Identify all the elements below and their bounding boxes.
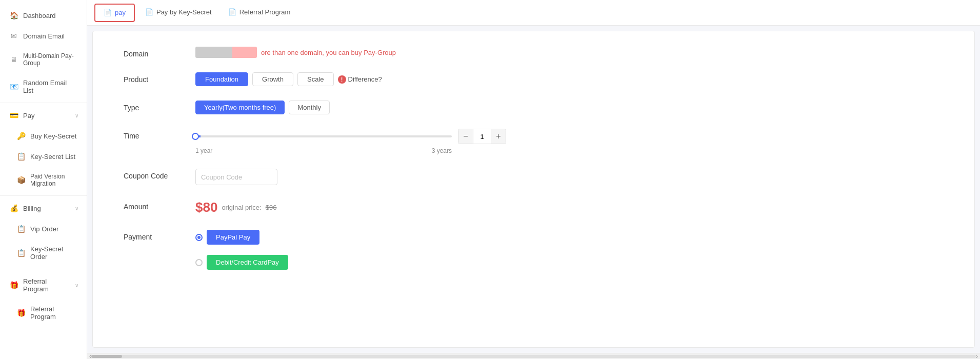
- amount-price: $80: [195, 200, 217, 215]
- key-icon: 🔑: [17, 132, 25, 140]
- type-row: Type Yearly(Two months free) Monthly: [124, 101, 944, 114]
- domain-content: ore than one domain, you can buy Pay-Gro…: [195, 47, 944, 58]
- counter-box: − +: [458, 129, 506, 144]
- slider-thumb: [192, 133, 199, 140]
- sidebar-item-referral-sub[interactable]: 🎁 Referral Program: [0, 299, 87, 327]
- sidebar-item-key-secret-list[interactable]: 📋 Key-Secret List: [0, 146, 87, 167]
- payment-content: PayPal Pay Debit/Credit CardPay: [195, 230, 944, 275]
- order-icon: 📋: [17, 249, 25, 257]
- tab-pay-key-secret[interactable]: 📄 Pay by Key-Secret: [137, 0, 220, 26]
- scroll-track: [91, 355, 976, 358]
- paypal-radio[interactable]: [195, 234, 203, 241]
- sidebar-item-buy-key-secret[interactable]: 🔑 Buy Key-Secret: [0, 126, 87, 146]
- tab-referral[interactable]: 📄 Referral Program: [220, 0, 299, 26]
- horizontal-scrollbar[interactable]: ‹ ›: [87, 353, 980, 359]
- sidebar-label-referral: Referral Program: [23, 277, 70, 293]
- product-scale-button[interactable]: Scale: [297, 72, 334, 86]
- time-slider-track[interactable]: [195, 135, 452, 137]
- product-foundation-button[interactable]: Foundation: [195, 72, 248, 86]
- chevron-down-icon-2: ∨: [75, 206, 78, 211]
- difference-icon: !: [338, 75, 346, 84]
- counter-plus-button[interactable]: +: [491, 129, 506, 144]
- divider-3: [0, 269, 87, 269]
- counter-minus-button[interactable]: −: [458, 129, 473, 144]
- coupon-input[interactable]: [195, 169, 277, 185]
- sidebar-label-referral-sub: Referral Program: [30, 305, 78, 321]
- tab-referral-icon: 📄: [228, 8, 236, 16]
- scroll-thumb: [91, 355, 122, 358]
- difference-link[interactable]: ! Difference?: [338, 75, 382, 84]
- sidebar-item-key-secret-order[interactable]: 📋 Key-Secret Order: [0, 239, 87, 267]
- slider-labels: 1 year 3 years: [195, 147, 452, 154]
- divider-1: [0, 103, 87, 103]
- sidebar-label-dashboard: Dashboard: [23, 12, 56, 19]
- time-label: Time: [124, 129, 185, 140]
- sidebar-label-random-email: Random Email List: [23, 79, 78, 94]
- divider-2: [0, 195, 87, 196]
- tabs-bar: 📄 pay 📄 Pay by Key-Secret 📄 Referral Pro…: [87, 0, 980, 26]
- vip-icon: 📋: [17, 225, 25, 233]
- amount-original-label: original price:: [222, 204, 261, 211]
- card-pay-button[interactable]: Debit/Credit CardPay: [207, 255, 288, 270]
- coupon-row: Coupon Code: [124, 169, 944, 185]
- domain-bar-visual: [195, 47, 257, 58]
- tab-pay-icon: 📄: [104, 9, 112, 16]
- sidebar-item-dashboard[interactable]: 🏠 Dashboard: [0, 5, 87, 26]
- amount-content: $80 original price: $96: [195, 200, 944, 215]
- coupon-label: Coupon Code: [124, 169, 185, 180]
- sidebar-label-key-secret-list: Key-Secret List: [30, 153, 75, 161]
- list2-icon: 📋: [17, 152, 25, 161]
- payment-card-row: Debit/Credit CardPay: [195, 255, 288, 270]
- product-growth-button[interactable]: Growth: [252, 72, 293, 86]
- amount-label: Amount: [124, 200, 185, 211]
- sidebar-label-buy-key-secret: Buy Key-Secret: [30, 132, 76, 140]
- tab-referral-label: Referral Program: [239, 8, 291, 16]
- slider-max-label: 3 years: [432, 147, 452, 154]
- time-content: − + 1 year 3 years: [195, 129, 944, 154]
- sidebar-label-billing: Billing: [23, 205, 41, 212]
- payment-label: Payment: [124, 230, 185, 241]
- sidebar-label-paid-migration: Paid Version Migration: [30, 173, 78, 187]
- time-row: Time − + 1 year 3 years: [124, 129, 944, 154]
- product-content: Foundation Growth Scale ! Difference?: [195, 72, 944, 86]
- scroll-right-arrow[interactable]: ›: [976, 353, 978, 360]
- sidebar-label-domain-email: Domain Email: [23, 32, 65, 40]
- home-icon: 🏠: [10, 11, 18, 19]
- sidebar-label-vip-order: Vip Order: [30, 225, 58, 233]
- tab-pay-label: pay: [115, 9, 126, 16]
- type-content: Yearly(Two months free) Monthly: [195, 101, 944, 114]
- sidebar-item-random-email[interactable]: 📧 Random Email List: [0, 73, 87, 101]
- amount-row: Amount $80 original price: $96: [124, 200, 944, 215]
- type-label: Type: [124, 101, 185, 112]
- referral2-icon: 🎁: [17, 309, 25, 317]
- tab-key-icon: 📄: [145, 8, 153, 16]
- billing-icon: 💰: [10, 204, 18, 212]
- monitor-icon: 🖥: [10, 55, 18, 64]
- coupon-content: [195, 169, 944, 185]
- difference-label: Difference?: [348, 75, 382, 83]
- domain-link[interactable]: ore than one domain, you can buy Pay-Gro…: [261, 49, 396, 56]
- list-icon: 📧: [10, 83, 18, 91]
- tab-pay[interactable]: 📄 pay: [94, 4, 135, 22]
- counter-value-input[interactable]: [473, 129, 491, 144]
- sidebar-item-billing[interactable]: 💰 Billing ∨: [0, 198, 87, 218]
- domain-row: Domain ore than one domain, you can buy …: [124, 47, 944, 58]
- sidebar-label-key-secret-order: Key-Secret Order: [30, 245, 78, 261]
- migration-icon: 📦: [17, 176, 25, 184]
- main-content: 📄 pay 📄 Pay by Key-Secret 📄 Referral Pro…: [87, 0, 980, 359]
- product-row: Product Foundation Growth Scale ! Differ…: [124, 72, 944, 86]
- card-radio[interactable]: [195, 259, 203, 266]
- sidebar-item-pay[interactable]: 💳 Pay ∨: [0, 105, 87, 126]
- sidebar-label-multi-domain: Multi-Domain Pay-Group: [23, 52, 78, 67]
- sidebar-item-paid-migration[interactable]: 📦 Paid Version Migration: [0, 167, 87, 193]
- sidebar-item-referral[interactable]: 🎁 Referral Program ∨: [0, 271, 87, 299]
- paypal-pay-button[interactable]: PayPal Pay: [207, 230, 259, 245]
- sidebar: 🏠 Dashboard ✉ Domain Email 🖥 Multi-Domai…: [0, 0, 87, 359]
- type-monthly-button[interactable]: Monthly: [289, 101, 330, 114]
- sidebar-item-vip-order[interactable]: 📋 Vip Order: [0, 218, 87, 239]
- tab-key-label: Pay by Key-Secret: [156, 8, 212, 16]
- type-yearly-button[interactable]: Yearly(Two months free): [195, 101, 285, 114]
- sidebar-item-domain-email[interactable]: ✉ Domain Email: [0, 26, 87, 46]
- sidebar-item-multi-domain[interactable]: 🖥 Multi-Domain Pay-Group: [0, 46, 87, 73]
- slider-min-label: 1 year: [195, 147, 212, 154]
